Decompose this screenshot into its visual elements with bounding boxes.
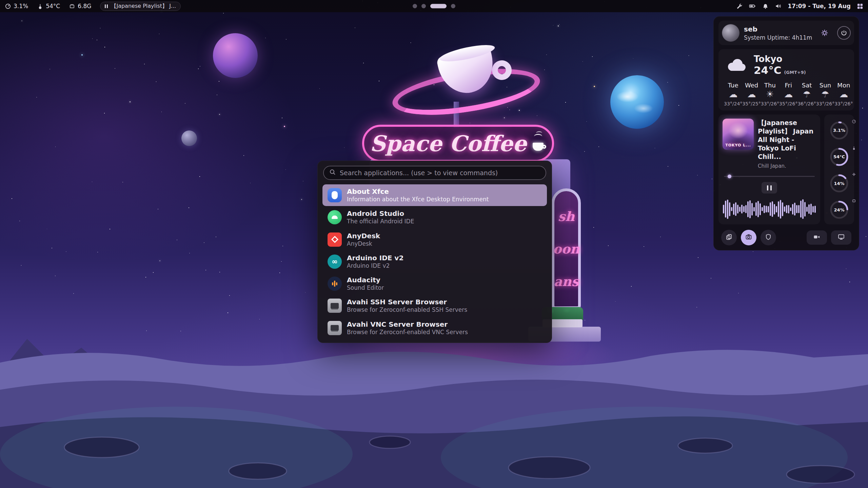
workspace-dot[interactable] — [451, 4, 455, 8]
memory-indicator[interactable]: 6.8G — [69, 3, 91, 9]
app-title: About Xfce — [347, 187, 489, 196]
window-neon-text: sh — [558, 209, 574, 224]
app-desc: Information about the Xfce Desktop Envir… — [347, 196, 489, 203]
cloud-icon: ☁ — [834, 89, 853, 100]
neon-sign-text: Space Coffee — [370, 131, 527, 156]
avahi-icon — [328, 321, 342, 335]
app-desc: AnyDesk — [347, 240, 380, 247]
forecast-day: Fri☁35°/26° — [779, 82, 797, 106]
media-widget-label: 【Japanese Playlist】 J... — [111, 3, 176, 10]
audacity-icon — [328, 277, 342, 291]
uptime-label: System Uptime: 4h11m — [744, 34, 816, 41]
cpu-stat-value: 3.1% — [829, 120, 850, 141]
system-stats-card: 3.1% 54°C 14% 24% — [824, 115, 854, 224]
temp-indicator[interactable]: 54°C — [37, 3, 60, 9]
display-icon — [837, 233, 845, 242]
workspace-dot[interactable] — [421, 4, 426, 8]
side-panel: seb System Uptime: 4h11m Tokyo 24°C (GMT… — [713, 16, 859, 250]
app-title: AnyDesk — [347, 232, 380, 240]
xfce-icon — [328, 188, 342, 202]
media-subtitle: Chill Japan. — [758, 163, 816, 169]
cloud-icon — [725, 57, 748, 74]
pause-icon — [105, 4, 108, 8]
umbrella-icon: ☂ — [797, 89, 816, 100]
workspace-dot[interactable] — [413, 4, 417, 8]
memory-value: 6.8G — [78, 3, 91, 9]
waveform — [723, 198, 816, 220]
cloud-icon: ☁ — [724, 89, 742, 100]
notification-bell-icon[interactable] — [762, 3, 769, 9]
pause-button[interactable] — [762, 182, 777, 194]
app-desc: Browse for Zeroconf-enabled VNC Servers — [347, 329, 468, 336]
memory-stat-value: 24% — [829, 199, 850, 220]
power-button[interactable] — [837, 26, 851, 40]
app-desc: Sound Editor — [347, 284, 384, 291]
memory-gauge: 24% — [828, 197, 850, 221]
screenshot-button[interactable] — [741, 230, 756, 245]
purple-planet — [213, 33, 258, 78]
avatar[interactable] — [722, 24, 739, 42]
app-row-arduino[interactable]: ∞ Arduino IDE v2 Arduino IDE v2 — [322, 251, 547, 272]
volume-icon[interactable] — [775, 3, 782, 9]
app-row-avahi-ssh[interactable]: Avahi SSH Server Browser Browse for Zero… — [322, 295, 547, 317]
window-neon-text: oon — [553, 241, 579, 257]
top-bar: 3.1% 54°C 6.8G 【Japanese Playlist】 J... — [0, 0, 868, 12]
app-row-avahi-vnc[interactable]: Avahi VNC Server Browser Browse for Zero… — [322, 317, 547, 339]
forecast-day: Wed☁35°/25° — [742, 82, 761, 106]
workspace-dot-active[interactable] — [430, 4, 447, 8]
screen-record-button[interactable] — [807, 230, 827, 245]
forecast-row: Tue☁33°/24° Wed☁35°/25° Thu☀33°/26° Fri☁… — [724, 82, 849, 106]
clock[interactable]: 17:09 - Tue, 19 Aug — [788, 3, 851, 9]
neon-sign: Space Coffee — [362, 125, 554, 162]
temp-value: 54°C — [46, 3, 60, 9]
app-row-android-studio[interactable]: Android Studio The official Android IDE — [322, 206, 547, 228]
window-neon-text: ans — [554, 274, 579, 289]
media-title: 【Japanese Playlist】 Japan — [758, 119, 816, 136]
weather-timezone: (GMT+9) — [784, 70, 806, 75]
camera-icon — [745, 233, 752, 242]
temp-gauge: 54°C — [828, 144, 850, 168]
tools-icon[interactable] — [736, 3, 743, 9]
shield-button[interactable] — [761, 230, 776, 245]
app-grid-icon[interactable] — [857, 3, 863, 9]
cpu-icon — [5, 3, 11, 9]
progress-handle[interactable] — [728, 175, 731, 178]
sun-icon: ☀ — [761, 89, 779, 100]
username: seb — [744, 25, 816, 33]
disk-gauge: 14% — [828, 171, 850, 195]
media-title: All Night - Tokyo LoFi Chill... — [758, 136, 816, 161]
clipboard-button[interactable] — [721, 230, 737, 245]
workspace-indicator — [413, 4, 455, 8]
search-bar — [323, 166, 546, 180]
media-widget[interactable]: 【Japanese Playlist】 J... — [100, 2, 181, 11]
avahi-icon — [328, 299, 342, 313]
cpu-indicator[interactable]: 3.1% — [5, 3, 28, 9]
umbrella-icon: ☂ — [816, 89, 834, 100]
search-icon — [329, 169, 336, 177]
panel-button-row — [718, 228, 854, 246]
search-input[interactable] — [340, 169, 540, 177]
media-progress-bar[interactable] — [724, 175, 815, 178]
cloud-icon: ☁ — [742, 89, 761, 100]
app-row-about-xfce[interactable]: About Xfce Information about the Xfce De… — [322, 184, 547, 206]
app-row-audacity[interactable]: Audacity Sound Editor — [322, 273, 547, 294]
app-title: Android Studio — [347, 209, 414, 218]
settings-gear-icon[interactable] — [821, 29, 829, 37]
app-row-anydesk[interactable]: AnyDesk AnyDesk — [322, 229, 547, 250]
display-button[interactable] — [831, 230, 851, 245]
forecast-day: Sun☂33°/26° — [816, 82, 834, 106]
battery-icon[interactable] — [749, 3, 756, 9]
thermometer-icon — [37, 3, 43, 9]
small-moon — [181, 130, 197, 146]
temp-stat-value: 54°C — [829, 146, 850, 167]
weather-city: Tokyo — [754, 54, 806, 64]
weather-temp: 24°C — [754, 64, 781, 76]
app-title: Avahi VNC Server Browser — [347, 320, 468, 329]
forecast-day: Sat☂36°/26° — [797, 82, 816, 106]
app-title: Avahi SSH Server Browser — [347, 298, 467, 306]
shield-icon — [765, 233, 772, 242]
disk-stat-value: 14% — [829, 173, 850, 194]
app-launcher: About Xfce Information about the Xfce De… — [317, 161, 552, 343]
app-desc: The official Android IDE — [347, 218, 414, 225]
app-title: Arduino IDE v2 — [347, 254, 403, 262]
